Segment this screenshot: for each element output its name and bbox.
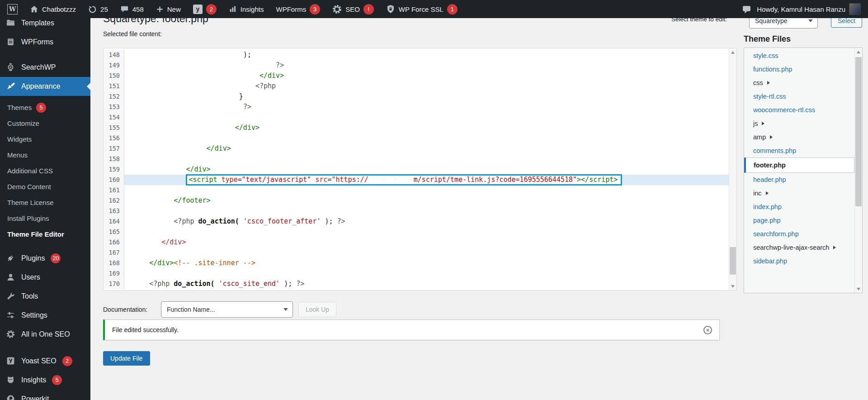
- theme-folder-inc[interactable]: inc: [744, 186, 854, 200]
- filelist-scrollbar-thumb[interactable]: [855, 57, 862, 206]
- sidebar-item-label: Widgets: [7, 135, 32, 143]
- line-number: 164: [104, 216, 124, 227]
- line-number: 157: [104, 143, 124, 154]
- sidebar-item-theme-file-editor[interactable]: Theme File Editor: [0, 226, 90, 242]
- wp-force-ssl-menu[interactable]: WP Force SSL 1: [386, 4, 458, 14]
- wpforms-menu[interactable]: WPForms 3: [276, 4, 320, 14]
- lookup-button[interactable]: Look Up: [298, 302, 336, 317]
- code-line-166[interactable]: 166 </div>: [104, 237, 729, 248]
- theme-file-style-rtl-css[interactable]: style-rtl.css: [744, 90, 854, 103]
- my-account-menu[interactable]: Howdy, Kamrul Hasan Ranzu: [757, 3, 861, 15]
- sidebar-item-settings[interactable]: Settings: [0, 306, 90, 325]
- sidebar-item-themes[interactable]: Themes5: [0, 96, 90, 115]
- code-line-162[interactable]: 162 </footer>: [104, 195, 729, 206]
- yoast-menu[interactable]: y 2: [193, 4, 217, 14]
- sidebar-item-appearance[interactable]: Appearance: [0, 77, 90, 96]
- redacted-url-segment: · ·: [368, 176, 414, 184]
- code-line-160[interactable]: 160 <script type="text/javascript" src="…: [104, 175, 729, 185]
- theme-file-searchform-php[interactable]: searchform.php: [744, 227, 854, 241]
- theme-file-comments-php[interactable]: comments.php: [744, 144, 854, 157]
- scroll-down-icon[interactable]: [729, 282, 736, 290]
- theme-file-functions-php[interactable]: functions.php: [744, 62, 854, 76]
- code-line-167[interactable]: 167: [104, 248, 729, 258]
- theme-file-index-php[interactable]: index.php: [744, 200, 854, 214]
- code-line-content: [124, 133, 129, 143]
- sidebar-item-tools[interactable]: Tools: [0, 287, 90, 306]
- theme-folder-amp[interactable]: amp: [744, 130, 854, 144]
- plugins-icon: [6, 254, 15, 263]
- sidebar-item-additional-css[interactable]: Additional CSS: [0, 163, 90, 179]
- sidebar-item-templates[interactable]: Templates: [0, 18, 90, 33]
- yoast-icon: y: [193, 5, 203, 14]
- seo-menu[interactable]: SEO !: [332, 4, 374, 14]
- code-line-169[interactable]: 169: [104, 268, 729, 279]
- code-lines: 148 );149 ?>150 </div>151 <?php152 }153: [104, 50, 729, 289]
- code-line-165[interactable]: 165: [104, 227, 729, 237]
- scroll-up-icon[interactable]: [855, 48, 862, 56]
- new-content-menu[interactable]: New: [156, 5, 181, 13]
- code-line-158[interactable]: 158: [104, 154, 729, 164]
- theme-file-style-css[interactable]: style.css: [744, 49, 854, 62]
- theme-file-page-php[interactable]: page.php: [744, 214, 854, 227]
- sidebar-item-widgets[interactable]: Widgets: [0, 131, 90, 147]
- code-line-163[interactable]: 163: [104, 206, 729, 216]
- wordpress-logo-menu[interactable]: W: [7, 4, 18, 14]
- code-line-161[interactable]: 161: [104, 185, 729, 195]
- code-line-154[interactable]: 154: [104, 112, 729, 123]
- code-editor[interactable]: 148 );149 ?>150 </div>151 <?php152 }153: [103, 48, 737, 290]
- sidebar-item-yoast-seo[interactable]: Yoast SEO2: [0, 352, 90, 371]
- theme-file-woocommerce-rtl-css[interactable]: woocommerce-rtl.css: [744, 103, 854, 117]
- sidebar-item-plugins[interactable]: Plugins20: [0, 249, 90, 268]
- code-line-164[interactable]: 164 <?php do_action( 'csco_footer_after'…: [104, 216, 729, 227]
- theme-file-sidebar-php[interactable]: sidebar.php: [744, 254, 854, 268]
- update-file-button[interactable]: Update File: [103, 351, 150, 366]
- file-label: js: [753, 117, 758, 130]
- code-line-151[interactable]: 151 <?php: [104, 81, 729, 91]
- theme-file-header-php[interactable]: header.php: [744, 173, 854, 186]
- plus-icon: [156, 5, 164, 13]
- code-line-152[interactable]: 152 }: [104, 91, 729, 102]
- code-line-159[interactable]: 159 </div>: [104, 164, 729, 175]
- code-line-content: </div>: [124, 164, 211, 175]
- code-line-148[interactable]: 148 );: [104, 50, 729, 60]
- code-line-168[interactable]: 168 </div><!-- .site-inner -->: [104, 258, 729, 268]
- sidebar-item-theme-license[interactable]: Theme License: [0, 195, 90, 210]
- sidebar-item-powerkit[interactable]: Powerkit: [0, 390, 90, 400]
- sidebar-item-demo-content[interactable]: Demo Content: [0, 179, 90, 195]
- chat-bubble-icon[interactable]: [742, 5, 751, 14]
- scroll-down-icon[interactable]: [855, 285, 862, 293]
- yoast-icon: [6, 357, 15, 366]
- code-line-157[interactable]: 157 </div>: [104, 143, 729, 154]
- site-name-menu[interactable]: Chatbotzzz: [30, 5, 76, 14]
- monsterinsights-icon: [6, 376, 15, 385]
- code-line-149[interactable]: 149 ?>: [104, 60, 729, 71]
- insights-menu[interactable]: Insights: [229, 5, 264, 13]
- filelist-scrollbar[interactable]: [854, 48, 862, 293]
- function-name-dropdown[interactable]: Function Name...: [161, 301, 293, 318]
- code-line-170[interactable]: 170 <?php do_action( 'csco_site_end' ); …: [104, 279, 729, 289]
- editor-scrollbar[interactable]: [729, 48, 736, 290]
- sidebar-item-menus[interactable]: Menus: [0, 147, 90, 163]
- sidebar-item-install-plugins[interactable]: Install Plugins: [0, 210, 90, 226]
- comments-menu[interactable]: 458: [120, 5, 144, 14]
- code-line-content: </div>: [124, 143, 231, 154]
- theme-folder-searchwp-live-ajax-search[interactable]: searchwp-live-ajax-search: [744, 241, 854, 254]
- editor-scrollbar-thumb[interactable]: [730, 247, 736, 275]
- sidebar-item-searchwp[interactable]: SearchWP: [0, 58, 90, 77]
- theme-folder-css[interactable]: css: [744, 76, 854, 90]
- theme-folder-js[interactable]: js: [744, 117, 854, 130]
- sidebar-item-insights[interactable]: Insights5: [0, 371, 90, 390]
- sidebar-item-users[interactable]: Users: [0, 268, 90, 287]
- updates-menu[interactable]: 25: [88, 5, 108, 14]
- code-line-150[interactable]: 150 </div>: [104, 71, 729, 81]
- sidebar-item-all-in-one-seo[interactable]: All in One SEO: [0, 325, 90, 344]
- code-line-156[interactable]: 156: [104, 133, 729, 143]
- theme-file-footer-php[interactable]: footer.php: [744, 157, 854, 173]
- sidebar-item-customize[interactable]: Customize: [0, 115, 90, 131]
- code-line-155[interactable]: 155 </div>: [104, 123, 729, 133]
- line-number: 154: [104, 112, 124, 123]
- scroll-up-icon[interactable]: [729, 48, 736, 56]
- code-line-153[interactable]: 153 ?>: [104, 102, 729, 112]
- dismiss-notice-icon[interactable]: ×: [703, 326, 712, 334]
- sidebar-item-wpforms[interactable]: WPForms: [0, 33, 90, 52]
